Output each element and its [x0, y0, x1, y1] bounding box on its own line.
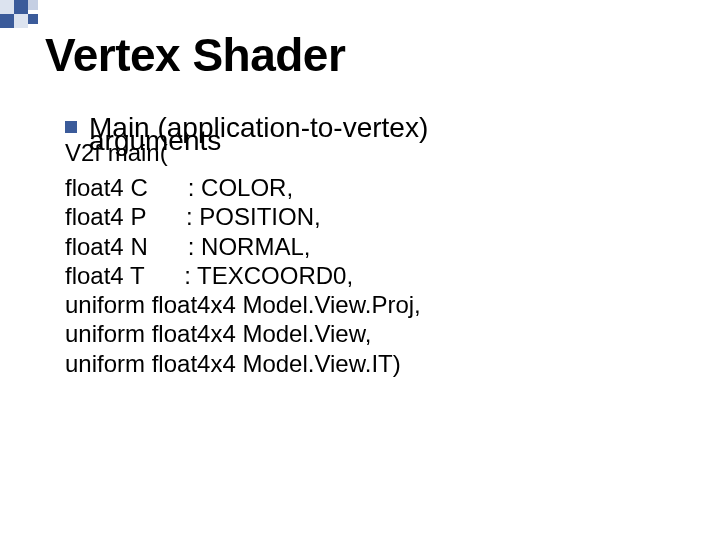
code-line: float4 P : POSITION,	[65, 202, 675, 231]
deco-square	[14, 14, 28, 28]
overlap-row: arguments V2f main(	[65, 139, 675, 173]
code-line: uniform float4x4 Model.View.IT)	[65, 349, 675, 378]
code-line: float4 N : NORMAL,	[65, 232, 675, 261]
code-line: float4 T : TEXCOORD0,	[65, 261, 675, 290]
deco-square	[0, 0, 14, 14]
slide-body: Main (application-to-vertex) arguments V…	[45, 110, 675, 378]
code-line: uniform float4x4 Model.View.Proj,	[65, 290, 675, 319]
deco-square	[0, 14, 14, 28]
arguments-text: arguments	[89, 125, 221, 157]
bullet-icon	[65, 121, 77, 133]
slide-content: Vertex Shader Main (application-to-verte…	[0, 0, 720, 378]
deco-square	[28, 14, 38, 24]
slide-title: Vertex Shader	[45, 28, 675, 82]
deco-square	[14, 0, 28, 14]
deco-square	[28, 0, 38, 10]
code-block: float4 C : COLOR, float4 P : POSITION, f…	[65, 173, 675, 378]
code-line: uniform float4x4 Model.View,	[65, 319, 675, 348]
corner-decoration	[0, 0, 50, 30]
code-line: float4 C : COLOR,	[65, 173, 675, 202]
